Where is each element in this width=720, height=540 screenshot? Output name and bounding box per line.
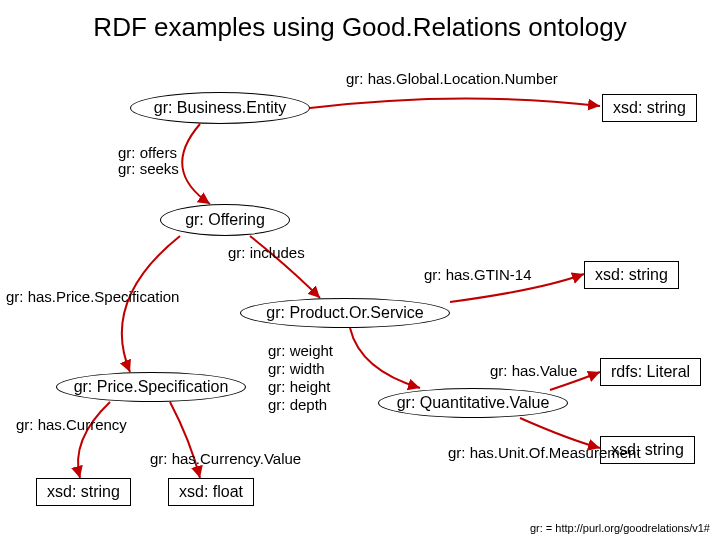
node-price-specification: gr: Price.Specification	[56, 372, 246, 402]
node-label: gr: Price.Specification	[74, 378, 229, 396]
node-xsd-string-4: xsd: string	[36, 478, 131, 506]
edge-label-depth: gr: depth	[268, 396, 333, 414]
edge-label-dimensions: gr: weight gr: width gr: height gr: dept…	[268, 342, 333, 414]
edge-label-has-value: gr: has.Value	[490, 362, 577, 380]
edge-label-has-currency-value: gr: has.Currency.Value	[150, 450, 301, 468]
node-label: gr: Product.Or.Service	[266, 304, 423, 322]
edge-label-height: gr: height	[268, 378, 333, 396]
node-label: gr: Offering	[185, 211, 265, 229]
node-xsd-string-2: xsd: string	[584, 261, 679, 289]
node-label: xsd: float	[179, 483, 243, 501]
node-xsd-float: xsd: float	[168, 478, 254, 506]
node-rdfs-literal: rdfs: Literal	[600, 358, 701, 386]
node-label: gr: Quantitative.Value	[397, 394, 550, 412]
node-label: xsd: string	[613, 99, 686, 117]
node-label: xsd: string	[595, 266, 668, 284]
node-xsd-string-1: xsd: string	[602, 94, 697, 122]
edge-label-seeks: gr: seeks	[118, 160, 179, 178]
node-offering: gr: Offering	[160, 204, 290, 236]
edge-label-weight: gr: weight	[268, 342, 333, 360]
edge-label-includes: gr: includes	[228, 244, 305, 262]
node-label: rdfs: Literal	[611, 363, 690, 381]
edge-label-width: gr: width	[268, 360, 333, 378]
edge-label-gln: gr: has.Global.Location.Number	[346, 70, 558, 88]
edge-label-gtin14: gr: has.GTIN-14	[424, 266, 532, 284]
node-label: xsd: string	[47, 483, 120, 501]
node-quantitative-value: gr: Quantitative.Value	[378, 388, 568, 418]
edge-label-has-currency: gr: has.Currency	[16, 416, 127, 434]
edge-label-has-uom: gr: has.Unit.Of.Measurement	[448, 444, 641, 462]
node-product-or-service: gr: Product.Or.Service	[240, 298, 450, 328]
node-business-entity: gr: Business.Entity	[130, 92, 310, 124]
edge-label-price-spec: gr: has.Price.Specification	[6, 288, 179, 306]
node-label: gr: Business.Entity	[154, 99, 287, 117]
